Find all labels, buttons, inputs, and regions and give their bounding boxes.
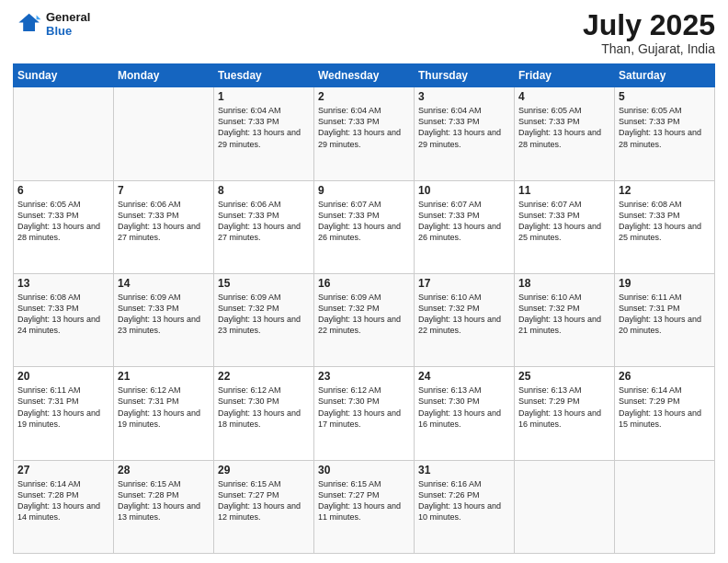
calendar-cell: 5Sunrise: 6:05 AM Sunset: 7:33 PM Daylig… xyxy=(615,87,715,180)
day-info: Sunrise: 6:15 AM Sunset: 7:27 PM Dayligh… xyxy=(318,478,410,523)
day-number: 5 xyxy=(619,90,711,103)
day-info: Sunrise: 6:12 AM Sunset: 7:30 PM Dayligh… xyxy=(318,385,410,430)
day-number: 17 xyxy=(418,277,510,290)
day-number: 14 xyxy=(118,277,210,290)
day-number: 24 xyxy=(418,370,510,383)
calendar-cell: 9Sunrise: 6:07 AM Sunset: 7:33 PM Daylig… xyxy=(314,180,415,273)
calendar-cell xyxy=(515,460,615,553)
calendar-cell: 7Sunrise: 6:06 AM Sunset: 7:33 PM Daylig… xyxy=(114,180,214,273)
calendar-cell: 18Sunrise: 6:10 AM Sunset: 7:32 PM Dayli… xyxy=(515,273,615,366)
logo-text: General Blue xyxy=(46,10,90,38)
day-info: Sunrise: 6:07 AM Sunset: 7:33 PM Dayligh… xyxy=(518,199,610,244)
day-number: 11 xyxy=(518,184,610,197)
day-info: Sunrise: 6:05 AM Sunset: 7:33 PM Dayligh… xyxy=(619,105,711,150)
day-number: 15 xyxy=(218,277,310,290)
calendar-cell: 4Sunrise: 6:05 AM Sunset: 7:33 PM Daylig… xyxy=(515,87,615,180)
calendar-cell: 16Sunrise: 6:09 AM Sunset: 7:32 PM Dayli… xyxy=(314,273,415,366)
day-info: Sunrise: 6:12 AM Sunset: 7:31 PM Dayligh… xyxy=(118,385,210,430)
week-row-4: 20Sunrise: 6:11 AM Sunset: 7:31 PM Dayli… xyxy=(14,367,715,460)
day-info: Sunrise: 6:04 AM Sunset: 7:33 PM Dayligh… xyxy=(418,105,510,150)
calendar-cell: 8Sunrise: 6:06 AM Sunset: 7:33 PM Daylig… xyxy=(214,180,314,273)
day-number: 29 xyxy=(218,464,310,477)
calendar-cell: 15Sunrise: 6:09 AM Sunset: 7:32 PM Dayli… xyxy=(214,273,314,366)
day-number: 31 xyxy=(418,464,510,477)
day-info: Sunrise: 6:11 AM Sunset: 7:31 PM Dayligh… xyxy=(17,385,109,430)
calendar-cell: 30Sunrise: 6:15 AM Sunset: 7:27 PM Dayli… xyxy=(314,460,415,553)
day-number: 8 xyxy=(218,184,310,197)
month-year: July 2025 xyxy=(583,9,715,41)
week-row-3: 13Sunrise: 6:08 AM Sunset: 7:33 PM Dayli… xyxy=(14,273,715,366)
day-info: Sunrise: 6:13 AM Sunset: 7:29 PM Dayligh… xyxy=(518,385,610,430)
logo: General Blue xyxy=(13,9,90,39)
calendar-cell: 28Sunrise: 6:15 AM Sunset: 7:28 PM Dayli… xyxy=(114,460,214,553)
day-info: Sunrise: 6:04 AM Sunset: 7:33 PM Dayligh… xyxy=(318,105,410,150)
calendar-cell: 3Sunrise: 6:04 AM Sunset: 7:33 PM Daylig… xyxy=(415,87,515,180)
weekday-header-friday: Friday xyxy=(515,64,615,87)
weekday-header-tuesday: Tuesday xyxy=(214,64,314,87)
calendar-cell: 6Sunrise: 6:05 AM Sunset: 7:33 PM Daylig… xyxy=(14,180,114,273)
calendar-cell: 14Sunrise: 6:09 AM Sunset: 7:33 PM Dayli… xyxy=(114,273,214,366)
day-info: Sunrise: 6:16 AM Sunset: 7:26 PM Dayligh… xyxy=(418,478,510,523)
calendar-table: SundayMondayTuesdayWednesdayThursdayFrid… xyxy=(13,63,715,554)
day-info: Sunrise: 6:12 AM Sunset: 7:30 PM Dayligh… xyxy=(218,385,310,430)
day-number: 6 xyxy=(17,184,109,197)
day-number: 18 xyxy=(518,277,610,290)
weekday-header-monday: Monday xyxy=(114,64,214,87)
day-number: 30 xyxy=(318,464,410,477)
weekday-header-sunday: Sunday xyxy=(14,64,114,87)
day-info: Sunrise: 6:05 AM Sunset: 7:33 PM Dayligh… xyxy=(518,105,610,150)
day-info: Sunrise: 6:11 AM Sunset: 7:31 PM Dayligh… xyxy=(619,292,711,337)
logo-icon xyxy=(13,9,42,39)
day-number: 28 xyxy=(118,464,210,477)
day-number: 3 xyxy=(418,90,510,103)
svg-marker-0 xyxy=(18,14,39,31)
calendar-cell xyxy=(114,87,214,180)
day-info: Sunrise: 6:09 AM Sunset: 7:33 PM Dayligh… xyxy=(118,292,210,337)
day-info: Sunrise: 6:10 AM Sunset: 7:32 PM Dayligh… xyxy=(518,292,610,337)
day-info: Sunrise: 6:07 AM Sunset: 7:33 PM Dayligh… xyxy=(318,199,410,244)
header: General Blue July 2025 Than, Gujarat, In… xyxy=(13,9,715,56)
weekday-header-wednesday: Wednesday xyxy=(314,64,415,87)
day-number: 21 xyxy=(118,370,210,383)
calendar-cell xyxy=(615,460,715,553)
day-info: Sunrise: 6:08 AM Sunset: 7:33 PM Dayligh… xyxy=(619,199,711,244)
calendar-cell: 20Sunrise: 6:11 AM Sunset: 7:31 PM Dayli… xyxy=(14,367,114,460)
calendar-cell: 31Sunrise: 6:16 AM Sunset: 7:26 PM Dayli… xyxy=(415,460,515,553)
day-number: 22 xyxy=(218,370,310,383)
calendar-cell: 10Sunrise: 6:07 AM Sunset: 7:33 PM Dayli… xyxy=(415,180,515,273)
day-number: 2 xyxy=(318,90,410,103)
day-number: 9 xyxy=(318,184,410,197)
calendar-cell: 25Sunrise: 6:13 AM Sunset: 7:29 PM Dayli… xyxy=(515,367,615,460)
weekday-header-row: SundayMondayTuesdayWednesdayThursdayFrid… xyxy=(14,64,715,87)
calendar-cell: 2Sunrise: 6:04 AM Sunset: 7:33 PM Daylig… xyxy=(314,87,415,180)
day-info: Sunrise: 6:05 AM Sunset: 7:33 PM Dayligh… xyxy=(17,199,109,244)
calendar-cell: 12Sunrise: 6:08 AM Sunset: 7:33 PM Dayli… xyxy=(615,180,715,273)
day-info: Sunrise: 6:08 AM Sunset: 7:33 PM Dayligh… xyxy=(17,292,109,337)
calendar-cell: 29Sunrise: 6:15 AM Sunset: 7:27 PM Dayli… xyxy=(214,460,314,553)
title-block: July 2025 Than, Gujarat, India xyxy=(583,9,715,56)
day-info: Sunrise: 6:15 AM Sunset: 7:28 PM Dayligh… xyxy=(118,478,210,523)
calendar-cell: 26Sunrise: 6:14 AM Sunset: 7:29 PM Dayli… xyxy=(615,367,715,460)
calendar-cell: 21Sunrise: 6:12 AM Sunset: 7:31 PM Dayli… xyxy=(114,367,214,460)
day-number: 26 xyxy=(619,370,711,383)
calendar-cell xyxy=(14,87,114,180)
day-info: Sunrise: 6:14 AM Sunset: 7:29 PM Dayligh… xyxy=(619,385,711,430)
day-number: 25 xyxy=(518,370,610,383)
calendar-cell: 1Sunrise: 6:04 AM Sunset: 7:33 PM Daylig… xyxy=(214,87,314,180)
day-number: 12 xyxy=(619,184,711,197)
day-info: Sunrise: 6:09 AM Sunset: 7:32 PM Dayligh… xyxy=(318,292,410,337)
day-number: 16 xyxy=(318,277,410,290)
day-info: Sunrise: 6:04 AM Sunset: 7:33 PM Dayligh… xyxy=(218,105,310,150)
day-number: 20 xyxy=(17,370,109,383)
day-info: Sunrise: 6:06 AM Sunset: 7:33 PM Dayligh… xyxy=(118,199,210,244)
day-number: 19 xyxy=(619,277,711,290)
day-info: Sunrise: 6:14 AM Sunset: 7:28 PM Dayligh… xyxy=(17,478,109,523)
day-number: 23 xyxy=(318,370,410,383)
week-row-2: 6Sunrise: 6:05 AM Sunset: 7:33 PM Daylig… xyxy=(14,180,715,273)
day-number: 7 xyxy=(118,184,210,197)
calendar-cell: 19Sunrise: 6:11 AM Sunset: 7:31 PM Dayli… xyxy=(615,273,715,366)
day-info: Sunrise: 6:15 AM Sunset: 7:27 PM Dayligh… xyxy=(218,478,310,523)
week-row-1: 1Sunrise: 6:04 AM Sunset: 7:33 PM Daylig… xyxy=(14,87,715,180)
calendar-cell: 22Sunrise: 6:12 AM Sunset: 7:30 PM Dayli… xyxy=(214,367,314,460)
page: General Blue July 2025 Than, Gujarat, In… xyxy=(0,0,728,563)
